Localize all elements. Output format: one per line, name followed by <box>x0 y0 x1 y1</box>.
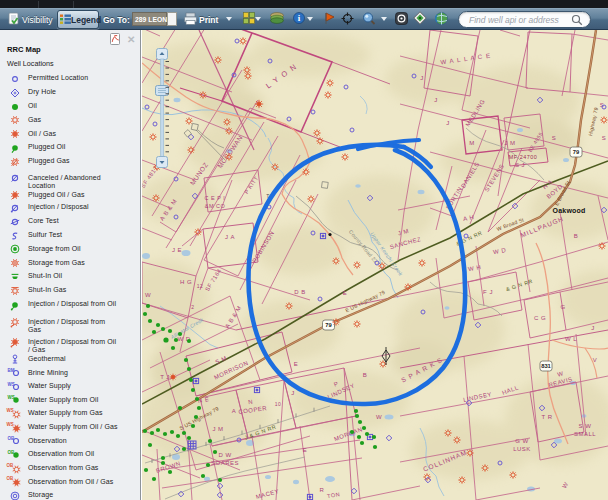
svg-text:E: E <box>343 290 348 296</box>
svg-text:T R: T R <box>541 414 552 420</box>
svg-text:J: J <box>291 390 295 396</box>
svg-text:N: N <box>248 399 254 406</box>
svg-text:A: A <box>232 408 237 414</box>
svg-text:SMALL: SMALL <box>574 431 596 437</box>
svg-text:D B: D B <box>294 289 306 295</box>
svg-text:B: B <box>363 372 368 378</box>
svg-text:OB: OB <box>7 462 15 467</box>
svg-text:J: J <box>591 325 595 331</box>
svg-text:D W: D W <box>218 452 231 458</box>
svg-text:J: J <box>420 75 424 81</box>
svg-text:E: E <box>303 447 308 453</box>
svg-text:W: W <box>376 414 382 420</box>
svg-text:S W: S W <box>579 423 592 429</box>
svg-text:J: J <box>446 120 450 126</box>
svg-text:79: 79 <box>573 149 580 155</box>
svg-text:J: J <box>434 97 438 103</box>
svg-text:E: E <box>294 361 299 367</box>
svg-text:J M: J M <box>504 140 515 146</box>
svg-text:S: S <box>602 135 607 141</box>
svg-text:J M: J M <box>212 426 223 432</box>
svg-text:WS: WS <box>7 407 14 412</box>
svg-text:2: 2 <box>191 304 194 310</box>
svg-text:J A: J A <box>225 234 235 240</box>
svg-text:C E P I: C E P I <box>205 195 226 201</box>
svg-text:WS: WS <box>7 421 14 426</box>
svg-text:Oakwood: Oakwood <box>553 207 586 214</box>
svg-text:R: R <box>320 487 325 493</box>
svg-text:T J: T J <box>160 374 170 380</box>
svg-text:10: 10 <box>275 401 282 407</box>
svg-text:C G: C G <box>534 315 546 321</box>
svg-text:831: 831 <box>541 363 551 369</box>
svg-text:H G: H G <box>180 279 192 285</box>
svg-text:LUSK: LUSK <box>513 446 531 452</box>
svg-text:B: B <box>574 233 579 239</box>
svg-text:F J: F J <box>483 289 493 295</box>
svg-text:12: 12 <box>197 283 204 289</box>
svg-text:S: S <box>552 135 557 141</box>
svg-text:&M CO: &M CO <box>205 203 226 209</box>
svg-text:W L: W L <box>565 336 577 342</box>
svg-text:S J: S J <box>515 162 525 168</box>
svg-text:G W: G W <box>515 438 529 444</box>
svg-text:W: W <box>145 292 151 298</box>
svg-text:OB: OB <box>7 476 15 481</box>
svg-text:M: M <box>469 140 475 146</box>
svg-text:79: 79 <box>325 322 332 328</box>
svg-text:MF 24700: MF 24700 <box>509 154 537 160</box>
svg-text:J E: J E <box>172 247 182 253</box>
svg-text:V: V <box>593 357 598 363</box>
svg-text:G: G <box>560 304 565 310</box>
svg-text:SOARES: SOARES <box>211 460 239 466</box>
